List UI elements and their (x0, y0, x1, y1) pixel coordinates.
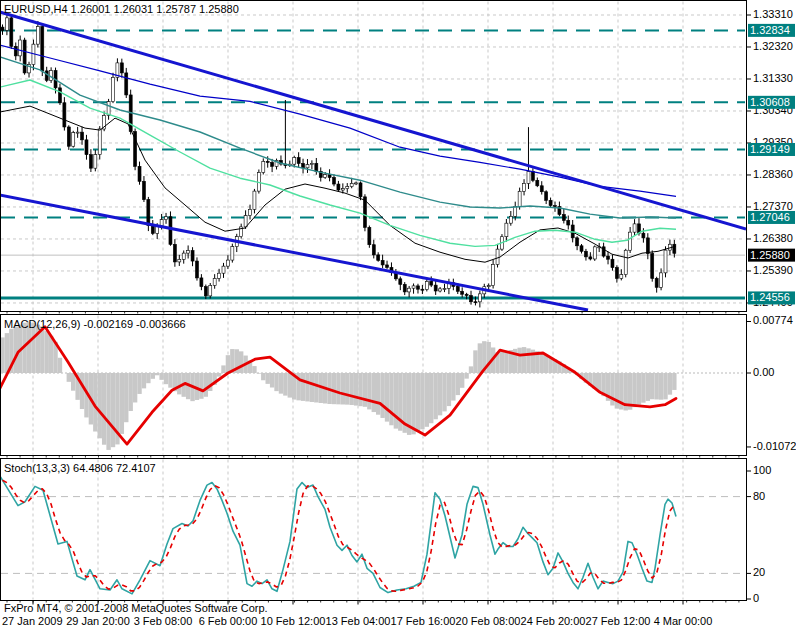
candle-body (359, 183, 362, 197)
macd-histogram-bar (279, 373, 283, 394)
candle-body (434, 285, 437, 291)
macd-histogram-bar (460, 373, 464, 388)
candle-body (430, 281, 433, 285)
candle-body (655, 278, 658, 287)
macd-histogram-bar (540, 353, 544, 373)
macd-histogram-bar (380, 373, 384, 418)
candle-body (94, 155, 97, 169)
macd-histogram-bar (159, 373, 163, 380)
candle-body (58, 88, 61, 103)
macd-histogram-bar (615, 373, 619, 409)
macd-histogram-bar (164, 373, 168, 384)
candle-body (346, 187, 349, 189)
candle-body (76, 132, 79, 133)
macd-histogram-bar (283, 373, 287, 396)
macd-histogram-bar (504, 351, 508, 373)
macd-histogram-bar (429, 373, 433, 423)
macd-histogram-bar (49, 336, 53, 373)
candle-body (372, 245, 375, 255)
candle-body (226, 260, 229, 266)
candle-body (191, 251, 194, 262)
macd-histogram-bar (67, 373, 71, 382)
candle-body (41, 27, 44, 71)
level-badge: 1.32834 (750, 24, 790, 36)
candle-body (249, 209, 252, 215)
time-label: 27 Feb 12:00 (586, 615, 651, 627)
macd-histogram-bar (522, 347, 526, 373)
candle-body (165, 217, 168, 220)
candle-body (14, 46, 17, 56)
candle-body (271, 162, 274, 166)
candle-body (315, 163, 318, 171)
candle-body (620, 275, 623, 279)
macd-histogram-bar (447, 373, 451, 406)
macd-histogram-bar (487, 342, 491, 373)
current-price-badge: 1.25880 (750, 249, 790, 261)
macd-histogram-bar (469, 366, 473, 373)
time-label: 10 Feb 12:00 (261, 615, 326, 627)
candle-body (646, 238, 649, 254)
macd-histogram-bar (226, 355, 230, 373)
macd-histogram-bar (394, 373, 398, 429)
macd-histogram-bar (301, 373, 305, 401)
macd-histogram-bar (376, 373, 380, 415)
candle-body (297, 158, 300, 164)
candle-body (527, 171, 530, 183)
stoch-panel[interactable] (1, 459, 747, 601)
candle-body (138, 166, 141, 181)
macd-histogram-bar (27, 322, 31, 373)
candle-body (89, 155, 92, 169)
macd-histogram-bar (239, 351, 243, 373)
macd-histogram-bar (345, 373, 349, 405)
macd-histogram-bar (341, 373, 345, 404)
candle-body (98, 129, 101, 155)
macd-histogram-bar (668, 373, 672, 395)
candle-body (633, 224, 636, 232)
candle-body (673, 244, 676, 253)
candle-body (607, 256, 610, 259)
candle-body (664, 250, 667, 273)
candle-body (195, 261, 198, 278)
candle-body (72, 133, 75, 147)
candle-body (10, 18, 13, 46)
macd-histogram-bar (332, 373, 336, 404)
macd-histogram-bar (199, 373, 203, 399)
candle-body (1, 27, 4, 30)
candle-body (421, 289, 424, 290)
mt4-chart-window: 1.333101.323201.313301.303401.293501.283… (0, 0, 796, 631)
macd-histogram-bar (637, 373, 641, 405)
macd-histogram-bar (517, 348, 521, 373)
macd-histogram-bar (411, 373, 415, 434)
candle-body (478, 294, 481, 302)
macd-histogram-bar (526, 348, 530, 373)
candle-body (333, 177, 336, 184)
time-label: 13 Feb 04:00 (326, 615, 391, 627)
candle-body (593, 247, 596, 259)
candle-body (142, 181, 145, 199)
candle-body (302, 163, 305, 167)
candle-body (23, 40, 26, 73)
candle-body (36, 27, 39, 45)
macd-histogram-bar (106, 373, 110, 450)
time-label: 24 Feb 20:00 (521, 615, 586, 627)
stoch-scale-label: 20 (753, 566, 765, 578)
macd-histogram-bar (464, 373, 468, 379)
macd-histogram-bar (663, 373, 667, 399)
candle-body (173, 244, 176, 262)
macd-histogram-bar (372, 373, 376, 412)
price-scale: 1.333101.323201.313301.303401.293501.283… (747, 8, 796, 604)
macd-histogram-bar (310, 373, 314, 402)
macd-histogram-bar (473, 350, 477, 373)
candle-body (584, 251, 587, 257)
candle-body (576, 238, 579, 246)
macd-histogram-bar (659, 373, 663, 400)
candle-body (19, 40, 22, 56)
candle-body (169, 217, 172, 245)
price-tick-label: 1.31330 (753, 72, 793, 84)
macd-histogram-bar (425, 373, 429, 427)
macd-histogram-bar (442, 373, 446, 411)
candle-body (355, 183, 358, 184)
candle-body (337, 184, 340, 190)
chart-canvas[interactable]: 1.333101.323201.313301.303401.293501.283… (0, 0, 796, 631)
candle-body (514, 206, 517, 216)
